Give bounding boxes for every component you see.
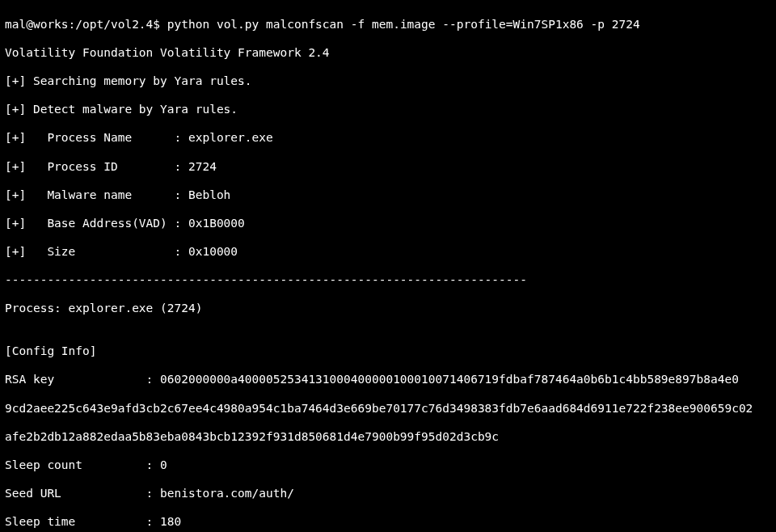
rsa-key-line-2: 9cd2aee225c643e9afd3cb2c67ee4c4980a954c1… (5, 402, 771, 416)
prompt-line[interactable]: mal@works:/opt/vol2.4$ python vol.py mal… (5, 18, 771, 32)
terminal-window[interactable]: mal@works:/opt/vol2.4$ python vol.py mal… (0, 0, 776, 532)
size-line: [+] Size : 0x10000 (5, 245, 771, 260)
config-header-line: [Config Info] (5, 344, 771, 359)
process-header-line: Process: explorer.exe (2724) (5, 302, 771, 316)
process-name-line: [+] Process Name : explorer.exe (5, 131, 771, 146)
sleep-count-line: Sleep count : 0 (5, 458, 771, 473)
searching-line: [+] Searching memory by Yara rules. (5, 74, 771, 89)
seed-url-line: Seed URL : benistora.com/auth/ (5, 487, 771, 501)
sleep-time-line: Sleep time : 180 (5, 515, 771, 530)
banner-line: Volatility Foundation Volatility Framewo… (5, 46, 771, 61)
process-id-line: [+] Process ID : 2724 (5, 160, 771, 175)
separator-line: ----------------------------------------… (5, 273, 771, 288)
shell-prompt: mal@works:/opt/vol2.4$ (5, 18, 167, 31)
malware-name-line: [+] Malware name : Bebloh (5, 188, 771, 203)
rsa-key-line-1: RSA key : 0602000000a4000052534131000400… (5, 373, 771, 387)
detect-line: [+] Detect malware by Yara rules. (5, 103, 771, 117)
base-address-line: [+] Base Address(VAD) : 0x1B0000 (5, 217, 771, 231)
rsa-key-line-3: afe2b2db12a882edaa5b83eba0843bcb12392f93… (5, 430, 771, 445)
command-text: python vol.py malconfscan -f mem.image -… (167, 18, 640, 31)
